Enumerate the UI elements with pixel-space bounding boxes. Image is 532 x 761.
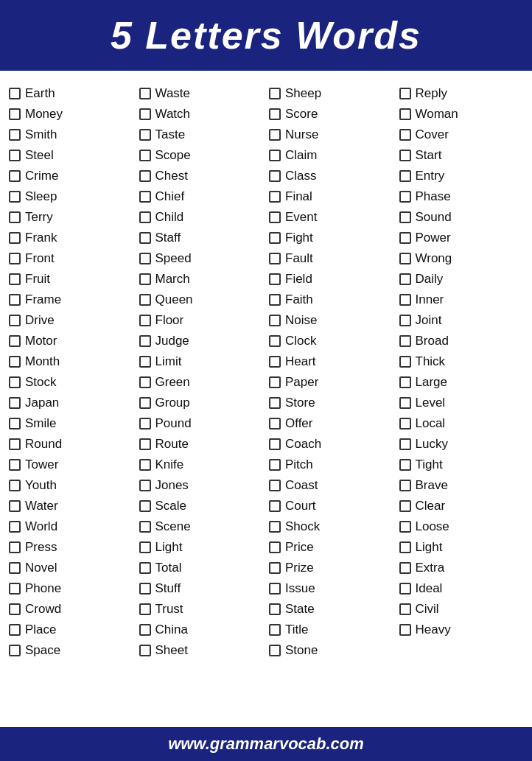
word-label: Press	[25, 540, 57, 555]
word-label: Daily	[416, 272, 444, 287]
list-item: Heavy	[396, 620, 527, 639]
list-item: Local	[396, 414, 527, 433]
word-label: Wrong	[416, 251, 452, 266]
word-label: Pitch	[285, 457, 313, 472]
word-label: Waste	[155, 86, 191, 101]
checkbox-icon	[399, 583, 411, 595]
checkbox-icon	[269, 624, 281, 636]
checkbox-icon	[269, 397, 281, 409]
list-item: Knife	[136, 455, 267, 474]
checkbox-icon	[9, 624, 21, 636]
list-item: Stone	[266, 641, 396, 660]
list-item: Drive	[6, 311, 136, 330]
checkbox-icon	[139, 129, 151, 141]
word-label: Space	[25, 643, 60, 658]
word-label: Terry	[25, 210, 53, 225]
checkbox-icon	[9, 459, 21, 471]
page-header: 5 Letters Words	[0, 0, 532, 71]
checkbox-icon	[139, 397, 151, 409]
list-item: Space	[6, 641, 136, 660]
list-item: Press	[6, 538, 136, 557]
word-label: Entry	[416, 169, 445, 183]
word-label: Stock	[25, 375, 57, 390]
list-item: Month	[6, 352, 136, 371]
word-label: Noise	[285, 313, 317, 328]
checkbox-icon	[139, 88, 151, 99]
list-item: Queen	[136, 290, 267, 309]
checkbox-icon	[9, 583, 21, 595]
word-label: Clock	[285, 334, 317, 348]
list-item: Cover	[396, 125, 527, 144]
checkbox-icon	[139, 418, 151, 429]
checkbox-icon	[269, 232, 281, 244]
word-label: Prize	[285, 561, 314, 575]
list-item: Extra	[396, 558, 527, 578]
word-label: Sleep	[25, 189, 57, 204]
list-item: Smith	[6, 125, 136, 144]
list-item: Chest	[136, 166, 267, 186]
checkbox-icon	[399, 624, 411, 636]
list-item: Floor	[136, 311, 267, 330]
list-item: Nurse	[266, 125, 396, 144]
word-label: Earth	[25, 86, 55, 101]
list-item: Youth	[6, 476, 136, 495]
checkbox-icon	[139, 438, 151, 450]
word-label: Faith	[285, 292, 313, 307]
list-item: Lucky	[396, 435, 527, 454]
checkbox-icon	[399, 397, 411, 409]
list-item: Front	[6, 249, 136, 268]
checkbox-icon	[139, 335, 151, 347]
checkbox-icon	[139, 356, 151, 368]
word-label: Broad	[416, 334, 449, 348]
checkbox-icon	[269, 253, 281, 264]
word-label: March	[155, 272, 190, 287]
word-label: Phone	[25, 581, 61, 596]
checkbox-icon	[399, 603, 411, 615]
word-label: Floor	[155, 313, 184, 328]
word-label: Crime	[25, 169, 58, 183]
word-label: Fight	[285, 231, 313, 245]
word-label: Light	[155, 540, 183, 555]
word-label: Start	[416, 148, 442, 163]
list-item: Noise	[266, 311, 396, 330]
list-item: Watch	[136, 105, 267, 124]
list-item: Fault	[266, 249, 396, 268]
list-item: Phase	[396, 187, 527, 206]
list-item: Green	[136, 373, 267, 392]
word-label: Youth	[25, 478, 57, 493]
list-item: Large	[396, 373, 527, 392]
word-label: State	[285, 602, 315, 617]
checkbox-icon	[139, 603, 151, 615]
list-item: Trust	[136, 600, 267, 619]
checkbox-icon	[399, 356, 411, 368]
list-item: Faith	[266, 290, 396, 309]
list-item: Fruit	[6, 270, 136, 289]
word-list-content: EarthWasteSheepReplyMoneyWatchScoreWoman…	[0, 71, 532, 727]
word-label: Score	[285, 107, 318, 122]
list-item: Score	[266, 105, 396, 124]
word-label: Shock	[285, 519, 320, 534]
word-label: Class	[285, 169, 317, 183]
list-item: Wrong	[396, 249, 527, 268]
word-label: Sound	[416, 210, 452, 225]
word-label: Limit	[155, 354, 182, 369]
list-item: Place	[6, 620, 136, 639]
checkbox-icon	[399, 562, 411, 574]
list-item: Daily	[396, 270, 527, 289]
list-item: Heart	[266, 352, 396, 371]
checkbox-icon	[269, 108, 281, 120]
checkbox-icon	[269, 562, 281, 574]
word-label: Chief	[155, 189, 185, 204]
word-label: Scope	[155, 148, 191, 163]
word-label: Offer	[285, 416, 312, 431]
checkbox-icon	[139, 645, 151, 656]
word-label: Court	[285, 499, 316, 513]
list-item: Paper	[266, 373, 396, 392]
list-item: Taste	[136, 125, 267, 144]
checkbox-icon	[139, 253, 151, 264]
list-item: Sound	[396, 208, 527, 227]
checkbox-icon	[139, 211, 151, 223]
list-item: Limit	[136, 352, 267, 371]
word-label: Clear	[416, 499, 446, 513]
checkbox-icon	[399, 211, 411, 223]
